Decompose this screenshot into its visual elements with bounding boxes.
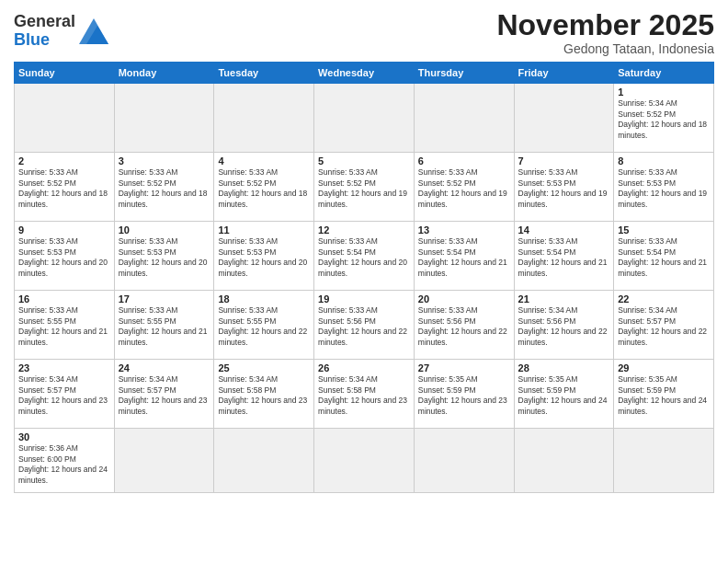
- calendar-header-thursday: Thursday: [414, 63, 514, 84]
- day-info: Sunrise: 5:33 AM Sunset: 5:52 PM Dayligh…: [318, 167, 410, 210]
- day-info: Sunrise: 5:33 AM Sunset: 5:54 PM Dayligh…: [618, 236, 710, 279]
- day-info: Sunrise: 5:34 AM Sunset: 5:56 PM Dayligh…: [518, 305, 610, 348]
- day-info: Sunrise: 5:33 AM Sunset: 5:53 PM Dayligh…: [618, 167, 710, 210]
- calendar-week-row: 1Sunrise: 5:34 AM Sunset: 5:52 PM Daylig…: [15, 84, 714, 153]
- calendar-week-row: 30Sunrise: 5:36 AM Sunset: 6:00 PM Dayli…: [15, 429, 714, 493]
- day-info: Sunrise: 5:36 AM Sunset: 6:00 PM Dayligh…: [18, 443, 110, 486]
- calendar-day-cell: 13Sunrise: 5:33 AM Sunset: 5:54 PM Dayli…: [414, 222, 514, 291]
- day-number: 2: [18, 155, 110, 167]
- calendar-day-cell: 20Sunrise: 5:33 AM Sunset: 5:56 PM Dayli…: [414, 291, 514, 360]
- calendar-day-cell: [414, 429, 514, 493]
- calendar-day-cell: 22Sunrise: 5:34 AM Sunset: 5:57 PM Dayli…: [614, 291, 714, 360]
- calendar-day-cell: [214, 429, 314, 493]
- day-info: Sunrise: 5:33 AM Sunset: 5:52 PM Dayligh…: [18, 167, 110, 210]
- day-info: Sunrise: 5:33 AM Sunset: 5:55 PM Dayligh…: [18, 305, 110, 348]
- location-title: Gedong Tataan, Indonesia: [496, 41, 714, 56]
- calendar-day-cell: 19Sunrise: 5:33 AM Sunset: 5:56 PM Dayli…: [314, 291, 415, 360]
- calendar-header-wednesday: Wednesday: [314, 63, 415, 84]
- calendar-header-tuesday: Tuesday: [214, 63, 314, 84]
- calendar-day-cell: 10Sunrise: 5:33 AM Sunset: 5:53 PM Dayli…: [114, 222, 214, 291]
- calendar-day-cell: [314, 84, 415, 153]
- month-title: November 2025: [496, 9, 714, 41]
- calendar-day-cell: 7Sunrise: 5:33 AM Sunset: 5:53 PM Daylig…: [514, 153, 614, 222]
- calendar-day-cell: [114, 429, 214, 493]
- calendar-day-cell: 30Sunrise: 5:36 AM Sunset: 6:00 PM Dayli…: [15, 429, 115, 493]
- calendar-day-cell: 9Sunrise: 5:33 AM Sunset: 5:53 PM Daylig…: [15, 222, 115, 291]
- day-number: 27: [418, 362, 510, 373]
- day-number: 11: [218, 224, 310, 236]
- day-number: 25: [218, 362, 310, 373]
- calendar-day-cell: 28Sunrise: 5:35 AM Sunset: 5:59 PM Dayli…: [514, 360, 614, 429]
- calendar-day-cell: 11Sunrise: 5:33 AM Sunset: 5:53 PM Dayli…: [214, 222, 314, 291]
- day-number: 18: [218, 293, 310, 304]
- calendar-week-row: 16Sunrise: 5:33 AM Sunset: 5:55 PM Dayli…: [15, 291, 714, 360]
- day-number: 28: [518, 362, 610, 373]
- day-number: 3: [119, 155, 210, 167]
- day-info: Sunrise: 5:35 AM Sunset: 5:59 PM Dayligh…: [618, 374, 710, 417]
- day-info: Sunrise: 5:34 AM Sunset: 5:57 PM Dayligh…: [18, 374, 110, 417]
- calendar-day-cell: 16Sunrise: 5:33 AM Sunset: 5:55 PM Dayli…: [15, 291, 115, 360]
- calendar-day-cell: 26Sunrise: 5:34 AM Sunset: 5:58 PM Dayli…: [314, 360, 415, 429]
- calendar-header-row: SundayMondayTuesdayWednesdayThursdayFrid…: [15, 63, 714, 84]
- day-number: 16: [18, 293, 110, 304]
- day-info: Sunrise: 5:34 AM Sunset: 5:57 PM Dayligh…: [119, 374, 210, 417]
- day-info: Sunrise: 5:35 AM Sunset: 5:59 PM Dayligh…: [518, 374, 610, 417]
- calendar-page: General Blue November 2025 Gedong Tataan…: [0, 0, 728, 563]
- calendar-day-cell: 24Sunrise: 5:34 AM Sunset: 5:57 PM Dayli…: [114, 360, 214, 429]
- day-info: Sunrise: 5:33 AM Sunset: 5:52 PM Dayligh…: [218, 167, 310, 210]
- day-info: Sunrise: 5:33 AM Sunset: 5:53 PM Dayligh…: [119, 236, 210, 279]
- calendar-day-cell: 2Sunrise: 5:33 AM Sunset: 5:52 PM Daylig…: [15, 153, 115, 222]
- logo-general: General: [14, 12, 75, 30]
- day-info: Sunrise: 5:34 AM Sunset: 5:52 PM Dayligh…: [618, 98, 710, 141]
- logo: General Blue: [14, 13, 108, 50]
- calendar-day-cell: 5Sunrise: 5:33 AM Sunset: 5:52 PM Daylig…: [314, 153, 415, 222]
- calendar-header-monday: Monday: [114, 63, 214, 84]
- day-number: 30: [18, 431, 110, 442]
- day-number: 15: [618, 224, 710, 236]
- calendar-day-cell: [114, 84, 214, 153]
- calendar-day-cell: 15Sunrise: 5:33 AM Sunset: 5:54 PM Dayli…: [614, 222, 714, 291]
- day-number: 19: [318, 293, 410, 304]
- day-number: 14: [518, 224, 610, 236]
- day-number: 7: [518, 155, 610, 167]
- day-info: Sunrise: 5:33 AM Sunset: 5:53 PM Dayligh…: [518, 167, 610, 210]
- calendar-day-cell: 4Sunrise: 5:33 AM Sunset: 5:52 PM Daylig…: [214, 153, 314, 222]
- day-number: 22: [618, 293, 710, 304]
- day-number: 1: [618, 86, 710, 98]
- day-info: Sunrise: 5:33 AM Sunset: 5:55 PM Dayligh…: [218, 305, 310, 348]
- day-number: 6: [418, 155, 510, 167]
- header-area: General Blue November 2025 Gedong Tataan…: [14, 9, 714, 56]
- day-number: 17: [119, 293, 210, 304]
- calendar-day-cell: 3Sunrise: 5:33 AM Sunset: 5:52 PM Daylig…: [114, 153, 214, 222]
- calendar-day-cell: [314, 429, 415, 493]
- day-number: 5: [318, 155, 410, 167]
- day-info: Sunrise: 5:33 AM Sunset: 5:56 PM Dayligh…: [318, 305, 410, 348]
- calendar-day-cell: [414, 84, 514, 153]
- calendar-header-sunday: Sunday: [15, 63, 115, 84]
- calendar-day-cell: [15, 84, 115, 153]
- calendar-day-cell: 18Sunrise: 5:33 AM Sunset: 5:55 PM Dayli…: [214, 291, 314, 360]
- calendar-week-row: 23Sunrise: 5:34 AM Sunset: 5:57 PM Dayli…: [15, 360, 714, 429]
- day-number: 13: [418, 224, 510, 236]
- calendar-week-row: 2Sunrise: 5:33 AM Sunset: 5:52 PM Daylig…: [15, 153, 714, 222]
- day-info: Sunrise: 5:34 AM Sunset: 5:58 PM Dayligh…: [318, 374, 410, 417]
- day-number: 29: [618, 362, 710, 373]
- day-number: 26: [318, 362, 410, 373]
- logo-icon: [79, 18, 108, 44]
- calendar-day-cell: 8Sunrise: 5:33 AM Sunset: 5:53 PM Daylig…: [614, 153, 714, 222]
- day-number: 21: [518, 293, 610, 304]
- calendar-day-cell: 27Sunrise: 5:35 AM Sunset: 5:59 PM Dayli…: [414, 360, 514, 429]
- day-info: Sunrise: 5:33 AM Sunset: 5:53 PM Dayligh…: [18, 236, 110, 279]
- day-number: 20: [418, 293, 510, 304]
- day-number: 9: [18, 224, 110, 236]
- day-info: Sunrise: 5:33 AM Sunset: 5:52 PM Dayligh…: [418, 167, 510, 210]
- day-number: 8: [618, 155, 710, 167]
- day-info: Sunrise: 5:34 AM Sunset: 5:58 PM Dayligh…: [218, 374, 310, 417]
- calendar-header-friday: Friday: [514, 63, 614, 84]
- day-info: Sunrise: 5:33 AM Sunset: 5:56 PM Dayligh…: [418, 305, 510, 348]
- calendar-day-cell: 17Sunrise: 5:33 AM Sunset: 5:55 PM Dayli…: [114, 291, 214, 360]
- day-info: Sunrise: 5:33 AM Sunset: 5:52 PM Dayligh…: [119, 167, 210, 210]
- day-info: Sunrise: 5:33 AM Sunset: 5:53 PM Dayligh…: [218, 236, 310, 279]
- calendar-day-cell: [614, 429, 714, 493]
- day-info: Sunrise: 5:34 AM Sunset: 5:57 PM Dayligh…: [618, 305, 710, 348]
